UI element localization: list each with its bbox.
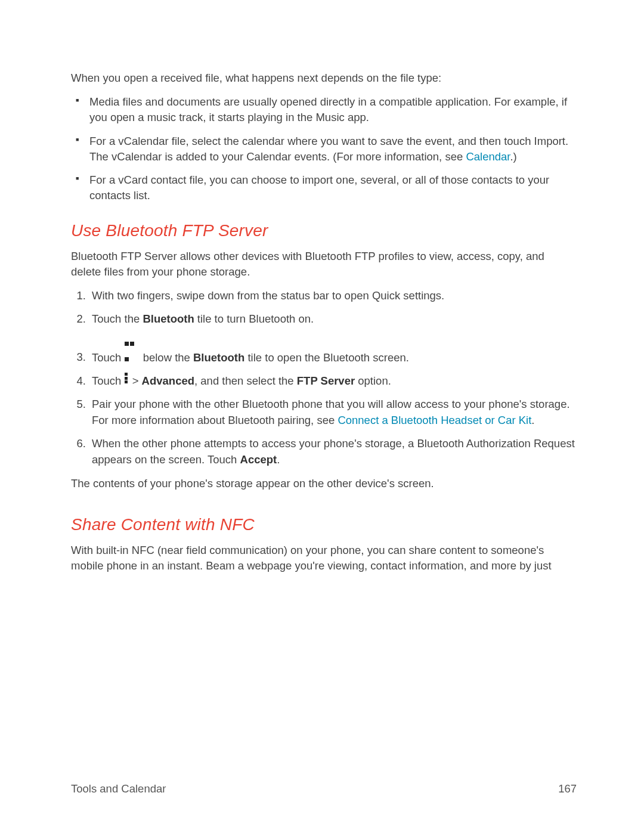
list-item: For a vCalendar file, select the calenda… <box>89 134 577 165</box>
text-segment: , and then select the <box>194 374 297 387</box>
footer-section-name: Tools and Calendar <box>71 782 166 795</box>
text-segment: tile to turn Bluetooth on. <box>194 312 314 325</box>
list-item: Media files and documents are usually op… <box>89 94 577 125</box>
calendar-link[interactable]: Calendar <box>466 150 510 163</box>
list-item: For a vCard contact file, you can choose… <box>89 172 577 203</box>
steps-list: With two fingers, swipe down from the st… <box>71 288 577 467</box>
step-item: Touch below the Bluetooth tile to open t… <box>89 335 577 366</box>
bold-text: Bluetooth <box>193 351 244 363</box>
section-description: With built-in NFC (near field communicat… <box>71 543 577 574</box>
step-item: Touch > Advanced, and then select the FT… <box>89 373 577 389</box>
ellipsis-icon <box>125 335 140 340</box>
bluetooth-headset-link[interactable]: Connect a Bluetooth Headset or Car Kit <box>338 414 531 426</box>
document-page: When you open a received file, what happ… <box>0 0 644 574</box>
closing-paragraph: The contents of your phone's storage app… <box>71 476 577 491</box>
intro-paragraph: When you open a received file, what happ… <box>71 70 577 86</box>
step-item: Pair your phone with the other Bluetooth… <box>89 397 577 429</box>
text-segment: > <box>129 374 142 387</box>
text-segment: Touch <box>92 374 125 387</box>
bold-text: FTP Server <box>297 374 355 387</box>
bold-text: Bluetooth <box>143 312 194 325</box>
footer-page-number: 167 <box>558 782 577 795</box>
menu-icon <box>125 373 129 383</box>
bold-text: Accept <box>240 453 277 466</box>
section-heading-bluetooth-ftp: Use Bluetooth FTP Server <box>71 221 577 240</box>
step-item: When the other phone attempts to access … <box>89 436 577 468</box>
file-type-list: Media files and documents are usually op… <box>71 94 577 203</box>
text-segment: below the <box>140 351 193 363</box>
text-segment: Touch the <box>92 312 143 325</box>
bold-text: Advanced <box>142 374 194 387</box>
step-item: With two fingers, swipe down from the st… <box>89 288 577 304</box>
section-heading-nfc: Share Content with NFC <box>71 515 577 534</box>
text-segment: .) <box>510 150 516 163</box>
text-segment: . <box>531 414 534 426</box>
section-description: Bluetooth FTP Server allows other device… <box>71 249 577 280</box>
step-item: Touch the Bluetooth tile to turn Bluetoo… <box>89 311 577 327</box>
text-segment: When the other phone attempts to access … <box>92 437 575 466</box>
text-segment: option. <box>355 374 391 387</box>
text-segment: Touch <box>92 351 125 363</box>
page-footer: Tools and Calendar 167 <box>71 782 577 795</box>
text-segment: . <box>277 453 280 466</box>
text-segment: tile to open the Bluetooth screen. <box>244 351 409 363</box>
